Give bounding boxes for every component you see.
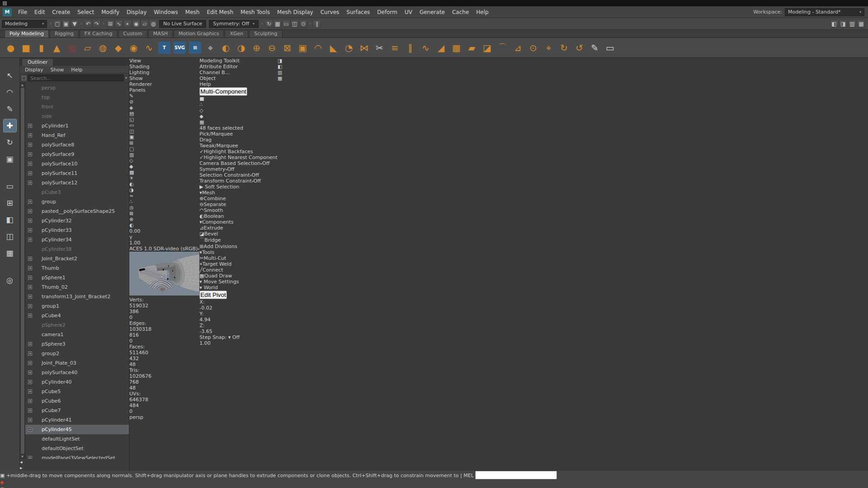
xray-icon[interactable]: ⊠ [129, 211, 199, 216]
workspace-select[interactable]: Modeling - Standard* ▾ [785, 8, 864, 16]
outliner-item-group2[interactable]: +group2 [25, 349, 129, 358]
mirror-icon[interactable]: ⋈ [357, 41, 371, 55]
menu-set-select[interactable]: Modeling ▾ [2, 20, 47, 28]
dropdown-camera-based-selection[interactable]: Camera Based Selection▾Off [199, 160, 278, 166]
image-plane-icon[interactable]: ▤ [129, 111, 199, 117]
symmetry-select[interactable]: Symmetry: Off ▾ [209, 20, 259, 28]
outliner-item-pcylinder1[interactable]: +pCylinder1 [25, 121, 129, 131]
open-render-view-icon[interactable]: ▦ [274, 20, 282, 28]
separate-shelf-icon[interactable]: ⊖ [265, 41, 279, 55]
attribute-editor-toggle-icon[interactable]: ◨ [839, 20, 847, 28]
poly-pipe-icon[interactable]: ◉ [127, 41, 141, 55]
tab-attribute-editor[interactable]: Attribute Editor [199, 64, 278, 70]
make-live-icon[interactable]: ◍ [149, 20, 157, 28]
menu-file[interactable]: File [14, 9, 31, 15]
expand-icon[interactable]: + [28, 143, 32, 147]
add-divisions-button[interactable]: ⊞Add Divisions [199, 244, 278, 249]
menu-mesh-display[interactable]: Mesh Display [274, 9, 317, 15]
tab-modeling-toolkit[interactable]: Modeling Toolkit [199, 58, 278, 64]
mel-command-input[interactable] [475, 471, 557, 479]
gate-mask-icon[interactable]: ▣ [129, 134, 199, 140]
viewport-menu-panels[interactable]: Panels [129, 87, 199, 93]
outliner-item-group[interactable]: +group [25, 197, 129, 206]
poly-cube-icon[interactable]: ■ [19, 41, 33, 55]
rotate-tool-icon[interactable]: ↻ [3, 136, 17, 149]
extract-icon[interactable]: ⊠ [280, 41, 294, 55]
snap-projected-center-icon[interactable]: ◉ [132, 20, 140, 28]
menu-deform[interactable]: Deform [373, 9, 401, 15]
poly-cylinder-icon[interactable]: ▮ [34, 41, 48, 55]
expand-icon[interactable]: + [28, 342, 32, 346]
outliner-item-psphere2[interactable]: +pSphere2 [25, 320, 129, 330]
type-tool-icon[interactable]: T [158, 42, 170, 54]
group-separator-icon[interactable]: › [260, 19, 264, 28]
bevel-button[interactable]: ◪Bevel [199, 231, 278, 237]
expand-icon[interactable]: + [28, 276, 32, 280]
render-settings-icon[interactable]: ⊙ [299, 20, 307, 28]
move-tool-icon[interactable]: ✚ [3, 119, 17, 132]
menu-mesh-tools[interactable]: Mesh Tools [237, 9, 274, 15]
expand-icon[interactable]: + [28, 371, 32, 375]
shelf-tab-custom[interactable]: Custom [118, 30, 147, 38]
reverse-normals-icon[interactable]: ↺ [572, 41, 586, 55]
maya-logo-icon[interactable]: M [3, 8, 12, 16]
menu-uv[interactable]: UV [401, 9, 416, 15]
menu-cache[interactable]: Cache [448, 9, 472, 15]
dropdown-selection-constraint[interactable]: Selection Constraint▾Off [199, 172, 278, 178]
outliner-item-hand-ref[interactable]: +Hand_Ref [25, 131, 129, 140]
smooth-button[interactable]: ◠Smooth [199, 207, 278, 213]
axis-value-field[interactable]: 4.94 [199, 317, 278, 323]
edge-flow-icon[interactable]: ∿ [419, 41, 433, 55]
outliner-hscrollbar[interactable]: ◂ ▸ [20, 459, 129, 471]
expand-icon[interactable]: + [28, 456, 32, 459]
wireframe-mode-icon[interactable]: ◇ [129, 158, 199, 164]
viewport-menu-view[interactable]: View [129, 58, 199, 64]
outliner-item-pcube6[interactable]: +pCube6 [25, 396, 129, 406]
svg-tool-icon[interactable]: SVG [174, 42, 186, 54]
exposure-icon[interactable]: ◐ [129, 222, 199, 228]
outliner-item-polysurface40[interactable]: +polySurface40 [25, 368, 129, 377]
expand-icon[interactable]: + [28, 228, 32, 232]
outliner-item-pcube3[interactable]: +pCube3 [25, 188, 129, 197]
viewport-menu-show[interactable]: Show [129, 75, 199, 81]
outliner-search-input[interactable] [28, 75, 124, 81]
viewport-3d-scene[interactable]: Verts:5190323860Edges:10303188160Faces:5… [129, 252, 199, 420]
smooth-shade-mode-icon[interactable]: ◆ [129, 164, 199, 169]
boolean-button[interactable]: ◐Boolean [199, 213, 278, 219]
expand-icon[interactable]: + [28, 304, 32, 308]
scroll-up-icon[interactable]: ▲ [21, 83, 24, 87]
expand-icon[interactable]: + [28, 361, 32, 365]
outliner-panel-tab[interactable]: Outliner [22, 58, 53, 66]
menu-edit[interactable]: Edit [31, 9, 48, 15]
isolate-select-icon[interactable]: ◎ [129, 205, 199, 211]
outliner-item-pcube5[interactable]: +pCube5 [25, 387, 129, 396]
dropdown-symmetry[interactable]: Symmetry▾Off [199, 166, 278, 172]
conform-normals-icon[interactable]: ↻ [557, 41, 571, 55]
channel-box-panel-icon[interactable]: ▥ [278, 70, 282, 75]
poly-torus-icon[interactable]: ◎ [65, 41, 79, 55]
pause-viewport-icon[interactable]: ∥ [313, 20, 321, 28]
render-current-frame-icon[interactable]: ▭ [282, 20, 290, 28]
outliner-item-joint-plate-03[interactable]: +Joint_Plate_03 [25, 358, 129, 368]
expand-icon[interactable]: + [28, 200, 32, 204]
axis-value-field[interactable]: -0.02 [199, 305, 278, 311]
menu-edit-mesh[interactable]: Edit Mesh [203, 9, 237, 15]
construction-history-icon[interactable]: ↻ [265, 20, 273, 28]
sweep-mesh-icon[interactable]: ⊞ [189, 42, 201, 54]
bookmark-icon[interactable]: ◈ [129, 105, 199, 111]
window-icon[interactable] [3, 1, 7, 5]
menu-curves[interactable]: Curves [317, 9, 343, 15]
separate-button[interactable]: ⊖Separate [199, 202, 278, 207]
shelf-tab-rigging[interactable]: Rigging [50, 30, 79, 38]
outliner-item-pcylinder45[interactable]: +pCylinder45 [25, 425, 129, 434]
modeling-toolkit-toggle-icon[interactable]: ▦ [857, 20, 865, 28]
expand-icon[interactable]: + [28, 408, 32, 413]
outliner-filter-icon[interactable] [22, 76, 26, 80]
expand-icon[interactable]: + [28, 171, 32, 175]
scroll-down-icon[interactable]: ▼ [21, 455, 24, 459]
group-separator-icon[interactable]: › [49, 19, 52, 28]
outliner-item-pcylinder34[interactable]: +pCylinder34 [25, 235, 129, 244]
expand-icon[interactable]: + [28, 209, 32, 213]
outliner-item-joint-bracket2[interactable]: +Joint_Bracket2 [25, 254, 129, 263]
outliner-item-polysurface9[interactable]: +polySurface9 [25, 150, 129, 159]
